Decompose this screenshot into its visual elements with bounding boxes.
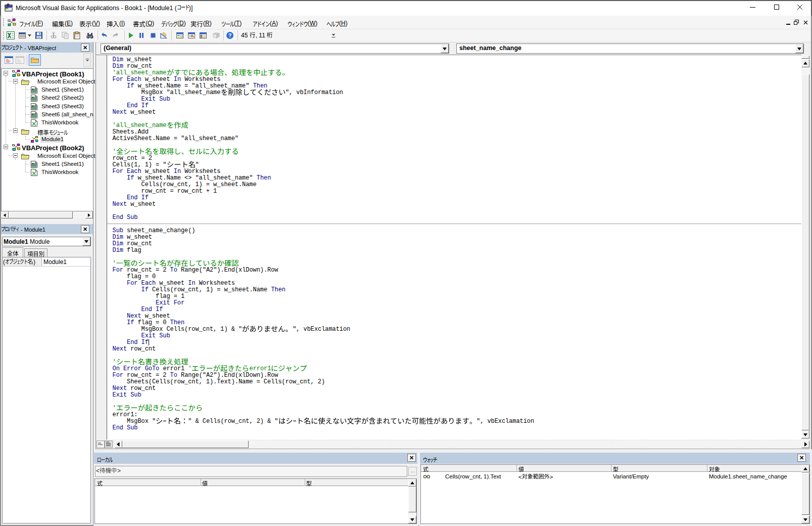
svg-text:?: ? [228, 32, 232, 38]
